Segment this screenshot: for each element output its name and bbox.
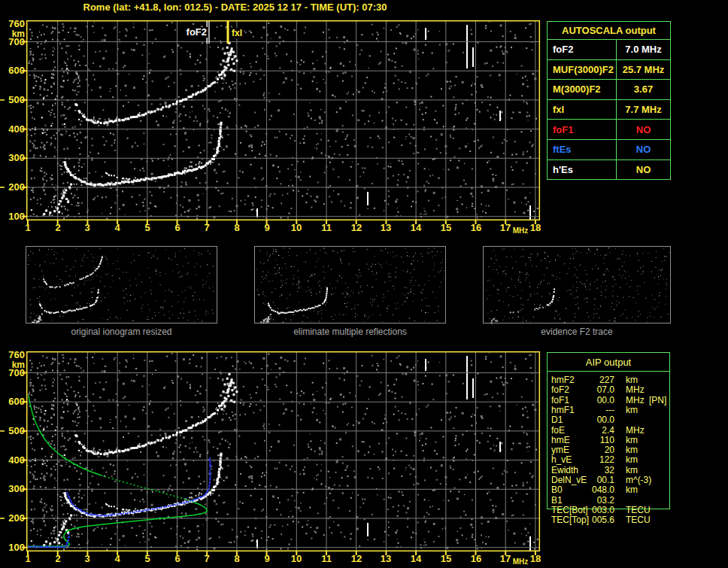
- param-label: foF2: [548, 40, 617, 59]
- x-axis-tick: 8: [229, 554, 245, 563]
- y-axis-tick: 600: [2, 65, 25, 75]
- aip-value: 07.0: [569, 385, 614, 395]
- autoscala-row-M(3000)F2: M(3000)F23.67: [548, 79, 670, 99]
- aip-unit: km: [626, 375, 638, 385]
- aip-row-D1: D100.0: [547, 415, 675, 425]
- x-axis-tick: 7: [199, 223, 215, 232]
- thumbnail-caption-2: eliminate multiple reflections: [254, 327, 446, 337]
- y-axis-tick: 300: [2, 484, 25, 494]
- aip-value: 048.0: [569, 485, 614, 495]
- x-axis-tick: 7: [199, 554, 215, 563]
- x-axis-tick: 14: [408, 223, 424, 232]
- aip-param: B1: [551, 496, 563, 506]
- param-value: 25.7 MHz: [617, 64, 670, 75]
- x-axis-tick: 11: [318, 223, 335, 232]
- y-axis-tick: 600: [2, 396, 25, 406]
- y-axis-tick: 760: [2, 19, 25, 29]
- param-value: NO: [617, 124, 670, 135]
- y-axis-tick: 200: [2, 182, 25, 192]
- x-axis-tick: 4: [109, 223, 126, 232]
- aip-unit: km: [626, 455, 638, 465]
- x-axis-tick: 4: [109, 554, 126, 563]
- aip-unit: TECU: [626, 515, 651, 525]
- aip-value: 003.0: [569, 506, 614, 515]
- y-axis-unit: km: [2, 360, 25, 370]
- aip-unit: km: [626, 436, 638, 445]
- param-value: 7.0 MHz: [617, 44, 670, 55]
- x-axis-tick: 6: [169, 554, 186, 563]
- y-axis-tick: 400: [2, 124, 25, 134]
- x-axis-tick: 15: [438, 223, 454, 232]
- param-label: foF1: [548, 120, 617, 139]
- aip-param: foF2: [551, 385, 569, 395]
- x-axis-tick: 1: [20, 554, 36, 563]
- param-value: NO: [617, 144, 670, 155]
- y-axis-tick: 100: [2, 211, 25, 221]
- aip-row-hmF2: hmF2227km: [547, 375, 675, 385]
- x-axis-tick: 14: [408, 554, 424, 563]
- x-axis-tick: 9: [259, 554, 275, 563]
- aip-value: 32: [569, 466, 614, 475]
- autoscala-row-foF2: foF27.0 MHz: [548, 39, 670, 59]
- aip-value: 03.2: [569, 496, 614, 506]
- aip-row-foF2: foF207.0MHz: [547, 385, 675, 395]
- aip-row-TEC[Top]: TEC[Top]005.6TECU: [547, 515, 675, 525]
- x-axis-tick: 13: [378, 554, 394, 563]
- aip-value: 00.0: [569, 415, 614, 425]
- aip-unit: MHz: [626, 426, 645, 436]
- aip-row-B0: B0048.0km: [547, 485, 675, 495]
- autoscala-screen: Rome (lat: +41.8, lon: 012.5) - DATE: 20…: [0, 0, 728, 568]
- aip-unit: km: [626, 405, 638, 415]
- aip-unit: km: [626, 466, 638, 475]
- aip-unit: km: [626, 485, 638, 495]
- param-label: ftEs: [548, 140, 617, 159]
- y-axis-tick: 500: [2, 426, 25, 436]
- aip-param: hmE: [551, 436, 570, 445]
- aip-unit: m^(-3): [626, 475, 651, 485]
- x-axis-tick: 12: [348, 223, 365, 232]
- x-axis-unit: MHz: [511, 557, 530, 566]
- autoscala-row-fxI: fxI7.7 MHz: [548, 99, 670, 120]
- aip-value: ---: [569, 405, 614, 415]
- x-axis-tick: 16: [468, 223, 484, 232]
- aip-param: ymE: [551, 445, 569, 455]
- aip-header-divider: [547, 371, 670, 372]
- x-axis-tick: 5: [139, 554, 156, 563]
- aip-value: 00.1: [569, 475, 614, 485]
- aip-row-Ewidth: Ewidth32km: [547, 466, 675, 475]
- param-label: fxI: [548, 100, 617, 120]
- aip-value: 122: [569, 455, 614, 465]
- x-axis-unit: MHz: [511, 226, 530, 235]
- y-axis-tick: 400: [2, 455, 25, 465]
- x-axis-tick: 11: [318, 554, 335, 563]
- x-axis-tick: 5: [139, 223, 156, 232]
- param-value: 3.67: [617, 84, 670, 95]
- aip-row-hmE: hmE110km: [547, 436, 675, 445]
- x-axis-tick: 1: [20, 223, 36, 232]
- param-value: 7.7 MHz: [617, 104, 670, 115]
- x-axis-tick: 13: [378, 223, 394, 232]
- aip-row-TEC[Bot]: TEC[Bot]003.0TECU: [547, 506, 675, 515]
- aip-extra: [PN]: [649, 396, 666, 405]
- aip-unit: TECU: [626, 506, 651, 515]
- aip-param: D1: [551, 415, 563, 425]
- autoscala-row-ftEs: ftEsNO: [548, 139, 670, 159]
- aip-value: 227: [569, 375, 614, 385]
- aip-row-ymE: ymE20km: [547, 445, 675, 455]
- aip-row-h_vE: h_vE122km: [547, 455, 675, 465]
- x-axis-tick: 8: [229, 223, 245, 232]
- x-axis-tick: 9: [259, 223, 275, 232]
- marker-label-foF2: foF2: [180, 27, 208, 38]
- aip-row-foE: foE2.4MHz: [547, 426, 675, 436]
- x-axis-tick: 3: [79, 223, 96, 232]
- autoscala-table: AUTOSCALA outputfoF27.0 MHzMUF(3000)F225…: [547, 21, 671, 180]
- page-title: Rome (lat: +41.8, lon: 012.5) - DATE: 20…: [0, 2, 470, 13]
- aip-value: 00.0: [569, 396, 614, 405]
- aip-row-DelN_vE: DelN_vE00.1m^(-3): [547, 475, 675, 485]
- param-value: NO: [617, 164, 670, 175]
- thumbnail-caption-3: evidence F2 trace: [483, 327, 671, 337]
- x-axis-tick: 10: [288, 223, 305, 232]
- autoscala-row-MUF(3000)F2: MUF(3000)F225.7 MHz: [548, 59, 670, 80]
- aip-row-foF1: foF100.0MHz[PN]: [547, 396, 675, 405]
- y-axis-tick: 200: [2, 513, 25, 523]
